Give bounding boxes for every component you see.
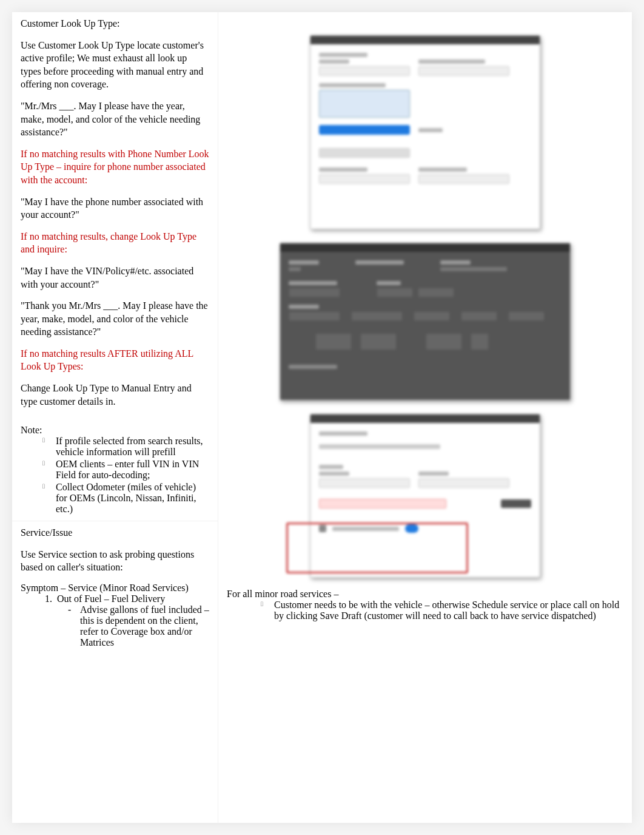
symptom-sublist: Advise gallons of fuel included – this i… [68,604,209,648]
p-red-no-phone-match: If no matching results with Phone Number… [21,147,209,187]
screenshot-service-form [310,414,540,578]
p-script-vehicle: "Mr./Mrs ___. May I please have the year… [21,100,209,139]
heading-customer-lookup: Customer Look Up Type: [21,17,209,30]
note-item: If profile selected from search results,… [42,436,209,458]
symptom-list: Out of Fuel – Fuel Delivery Advise gallo… [55,593,209,648]
note-item: Collect Odometer (miles of vehicle) for … [42,482,209,515]
p-lookup-intro: Use Customer Look Up Type locate custome… [21,39,209,91]
section-divider [12,521,218,521]
symptom-item: Out of Fuel – Fuel Delivery Advise gallo… [55,593,209,648]
right-bottom-text: For all minor road services – Customer n… [227,589,623,623]
note-item: OEM clients – enter full VIN in VIN Fiel… [42,459,209,481]
p-service-intro: Use Service section to ask probing quest… [21,548,209,574]
left-column: Customer Look Up Type: Use Customer Look… [12,12,218,823]
symptom-item-label: Out of Fuel – Fuel Delivery [57,593,165,604]
p-script-vin: "May I have the VIN/Policy#/etc. associa… [21,265,209,291]
p-red-change-lookup: If no matching results, change Look Up T… [21,230,209,256]
note-list: If profile selected from search results,… [42,436,209,515]
p-red-after-all: If no matching results AFTER utilizing A… [21,347,209,373]
p-minor-services-header: For all minor road services – [227,589,623,600]
screenshot-lookup-form [310,35,540,229]
screenshot-stack [227,17,623,578]
p-manual-entry: Change Look Up Type to Manual Entry and … [21,382,209,408]
minor-services-list: Customer needs to be with the vehicle – … [261,600,623,621]
minor-services-item: Customer needs to be with the vehicle – … [261,600,623,621]
screenshot-vehicle-form [280,243,571,401]
highlight-box [286,522,468,573]
p-script-thankyou: "Thank you Mr./Mrs ___. May I please hav… [21,299,209,339]
right-column: For all minor road services – Customer n… [218,12,632,823]
heading-service-issue: Service/Issue [21,526,209,539]
note-label: Note: [21,425,209,436]
document-page: Customer Look Up Type: Use Customer Look… [12,12,632,823]
p-symptom-header: Symptom – Service (Minor Road Services) [21,583,209,593]
symptom-subitem: Advise gallons of fuel included – this i… [68,604,209,648]
p-script-phone: "May I have the phone number associated … [21,195,209,221]
